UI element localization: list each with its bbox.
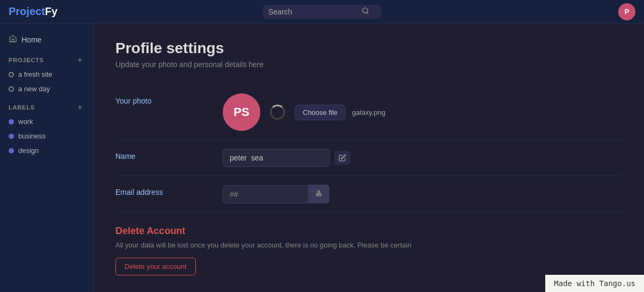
edit-icon xyxy=(339,154,346,162)
header: ProjectFy P xyxy=(0,0,644,24)
email-label: Email address xyxy=(115,185,223,196)
project-label: a fresh site xyxy=(18,70,53,78)
add-label-button[interactable]: + xyxy=(75,103,85,112)
label-dot-icon xyxy=(9,148,14,154)
delete-description: All your data will be lost once you dele… xyxy=(115,241,623,249)
label-text: design xyxy=(18,147,39,155)
photo-control: PS Choose file galaxy.png xyxy=(223,93,623,131)
lock-icon xyxy=(315,189,323,197)
svg-line-1 xyxy=(367,12,369,13)
project-label: a new day xyxy=(18,85,50,93)
name-label: Name xyxy=(115,149,223,160)
page-subtitle: Update your photo and personal details h… xyxy=(115,60,623,69)
body-layout: Home PROJECTS + a fresh site a new day L… xyxy=(0,24,644,292)
sidebar-label-business[interactable]: business xyxy=(0,129,93,143)
logo[interactable]: ProjectFy xyxy=(9,5,57,18)
delete-account-section: Delete Account All your data will be los… xyxy=(115,213,623,284)
name-edit-button[interactable] xyxy=(334,151,350,165)
logo-part2: Fy xyxy=(45,5,57,17)
search-container xyxy=(263,5,381,19)
main-content: Profile settings Update your photo and p… xyxy=(94,24,644,292)
name-input-wrapper xyxy=(223,149,350,167)
spinner-circle xyxy=(270,105,285,120)
labels-section-title: LABELS xyxy=(9,104,35,111)
projects-section-header: PROJECTS + xyxy=(0,49,93,67)
labels-section-header: LABELS + xyxy=(0,96,93,114)
logo-part1: Project xyxy=(9,5,45,17)
project-dot-icon xyxy=(9,72,14,77)
delete-account-button[interactable]: Delete your account xyxy=(115,258,196,275)
user-avatar[interactable]: P xyxy=(618,3,635,20)
sidebar-item-fresh-site[interactable]: a fresh site xyxy=(0,67,93,82)
home-label: Home xyxy=(21,35,41,44)
search-icon xyxy=(362,7,369,17)
home-icon xyxy=(9,34,17,45)
projects-section-title: PROJECTS xyxy=(9,57,44,63)
photo-settings-row: Your photo PS Choose file galaxy.png xyxy=(115,85,623,140)
label-text: work xyxy=(18,118,33,126)
add-project-button[interactable]: + xyxy=(75,55,85,65)
email-settings-row: Email address xyxy=(115,176,623,213)
svg-point-0 xyxy=(363,8,368,12)
name-input[interactable] xyxy=(223,149,330,167)
project-dot-icon xyxy=(9,86,14,92)
label-text: business xyxy=(18,132,46,140)
page-title: Profile settings xyxy=(115,40,623,57)
name-settings-row: Name xyxy=(115,140,623,176)
file-name: galaxy.png xyxy=(352,108,385,116)
svg-rect-3 xyxy=(316,193,322,196)
sidebar-item-home[interactable]: Home xyxy=(0,30,93,49)
email-input[interactable] xyxy=(223,185,309,203)
search-input[interactable] xyxy=(268,8,360,16)
svg-rect-2 xyxy=(12,39,14,42)
sidebar-item-new-day[interactable]: a new day xyxy=(0,82,93,96)
sidebar-label-work[interactable]: work xyxy=(0,114,93,129)
email-input-wrapper xyxy=(223,185,330,203)
tango-watermark: Made with Tango.us xyxy=(545,275,644,292)
sidebar: Home PROJECTS + a fresh site a new day L… xyxy=(0,24,94,292)
label-dot-icon xyxy=(9,119,14,125)
sidebar-label-design[interactable]: design xyxy=(0,143,93,158)
name-control xyxy=(223,149,623,167)
email-badge xyxy=(309,185,330,203)
label-dot-icon xyxy=(9,134,14,139)
email-control xyxy=(223,185,623,203)
choose-file-button[interactable]: Choose file xyxy=(295,105,346,120)
loading-spinner xyxy=(267,101,288,123)
profile-avatar: PS xyxy=(223,93,260,131)
delete-section-title: Delete Account xyxy=(115,225,623,237)
photo-label: Your photo xyxy=(115,93,223,105)
